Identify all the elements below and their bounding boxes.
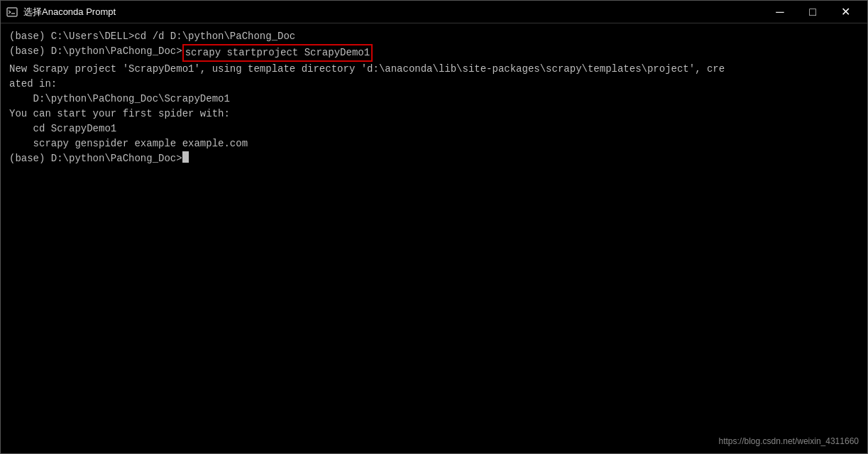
- terminal-body[interactable]: (base) C:\Users\DELL> cd /d D:\python\Pa…: [1, 23, 867, 453]
- prompt-1: (base) C:\Users\DELL>: [9, 29, 134, 44]
- terminal-icon: [6, 6, 18, 18]
- watermark: https://blog.csdn.net/weixin_4311660: [719, 435, 859, 448]
- maximize-button[interactable]: □: [796, 1, 829, 23]
- title-bar: 选择Anaconda Prompt ─ □ ✕: [1, 1, 867, 23]
- terminal-line-7: You can start your first spider with:: [9, 107, 859, 121]
- empty-area: [9, 166, 859, 294]
- close-button[interactable]: ✕: [829, 1, 862, 23]
- cursor: [182, 151, 189, 163]
- terminal-line-11: (base) D:\python\PaChong_Doc>: [9, 151, 859, 166]
- prompt-2: (base) D:\python\PaChong_Doc>: [9, 44, 182, 59]
- terminal-line-1: (base) C:\Users\DELL> cd /d D:\python\Pa…: [9, 29, 859, 44]
- window-title: 选择Anaconda Prompt: [23, 6, 116, 18]
- prompt-11: (base) D:\python\PaChong_Doc>: [9, 151, 182, 166]
- window-controls: ─ □ ✕: [764, 1, 862, 23]
- svg-rect-0: [7, 8, 17, 16]
- terminal-line-2: (base) D:\python\PaChong_Doc> scrapy sta…: [9, 44, 859, 62]
- terminal-window: 选择Anaconda Prompt ─ □ ✕ (base) C:\Users\…: [0, 0, 868, 454]
- terminal-line-8: cd ScrapyDemo1: [9, 121, 859, 136]
- title-bar-left: 选择Anaconda Prompt: [6, 6, 116, 18]
- highlighted-command: scrapy startproject ScrapyDemo1: [182, 44, 373, 62]
- minimize-button[interactable]: ─: [764, 1, 796, 23]
- terminal-line-4: ated in:: [9, 77, 859, 92]
- cmd-1: cd /d D:\python\PaChong_Doc: [134, 29, 295, 44]
- terminal-line-9: scrapy genspider example example.com: [9, 136, 859, 151]
- terminal-line-5: D:\python\PaChong_Doc\ScrapyDemo1: [9, 92, 859, 107]
- terminal-line-3: New Scrapy project 'ScrapyDemo1', using …: [9, 62, 859, 77]
